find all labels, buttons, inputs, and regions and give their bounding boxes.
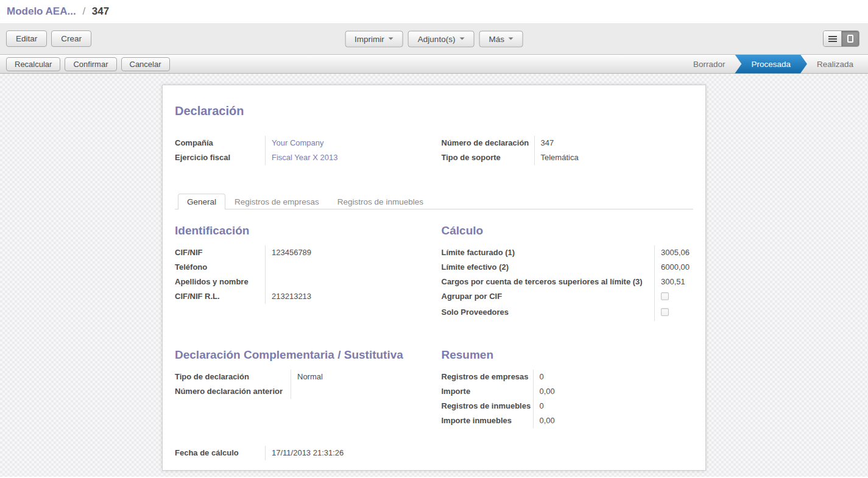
field-label: Importe [442,384,533,399]
field-cargos-terceros: Cargos por cuenta de terceros superiores… [442,275,694,289]
field-label: Tipo de soporte [442,150,534,165]
field-label: Límite facturado (1) [442,245,655,260]
solo-proveedores-checkbox[interactable] [661,308,669,316]
field-tipo-declaracion: Tipo de declaración Normal [175,370,427,384]
field-label: Límite efectivo (2) [442,260,655,275]
tab-registros-empresas[interactable]: Registros de empresas [225,194,328,209]
breadcrumb-separator: / [82,5,85,17]
field-label: Cargos por cuenta de terceros superiores… [442,275,655,289]
form-sheet: Declaración Compañía Your Company Ejerci… [162,85,706,471]
field-value: 0 [533,399,694,413]
field-tipo-soporte: Tipo de soporte Telemática [442,150,694,165]
field-label: Ejercicio fiscal [175,150,265,165]
field-label: Registros de inmuebles [442,399,533,413]
form-view-button[interactable] [841,31,859,46]
field-compania: Compañía Your Company [175,136,427,150]
content-background: Declaración Compañía Your Company Ejerci… [0,74,868,477]
section-identificacion: Identificación CIF/NIF 123456789 Teléfon… [175,224,427,321]
section-title: Resumen [442,348,694,362]
sections-row-2: Declaración Complementaria / Sustitutiva… [175,348,693,428]
field-importe: Importe 0,00 [442,384,694,399]
tab-registros-inmuebles[interactable]: Registros de inmuebles [328,194,432,209]
cancel-button[interactable]: Cancelar [121,57,170,71]
field-numero-declaracion-anterior: Número declaración anterior [175,384,427,399]
fiscal-year-link[interactable]: Fiscal Year X 2013 [265,150,427,165]
field-label: Compañía [175,136,265,150]
print-label: Imprimir [355,34,384,43]
field-cif-nif-rl: CIF/NIF R.L. 213213213 [175,289,427,304]
confirm-button[interactable]: Confirmar [65,57,116,71]
field-value: 0,00 [533,413,694,428]
field-importe-inmuebles: Importe inmuebles 0,00 [442,413,694,428]
field-label: Teléfono [175,260,265,275]
section-resumen: Resumen Registros de empresas 0 Importe … [442,348,694,428]
header-fields-right: Número de declaración 347 Tipo de soport… [442,136,694,165]
field-label: Número de declaración [442,136,534,150]
field-ejercicio-fiscal: Ejercicio fiscal Fiscal Year X 2013 [175,150,427,165]
field-label: Importe inmuebles [442,413,533,428]
breadcrumb: Modelo AEA... / 347 [7,5,109,18]
field-label: Apellidos y nombre [175,275,265,289]
chevron-down-icon [389,38,393,40]
field-label: Agrupar por CIF [442,289,655,305]
page-title: Declaración [175,104,693,118]
company-link[interactable]: Your Company [265,136,427,150]
more-label: Más [489,34,504,43]
state-procesada[interactable]: Procesada [735,55,807,74]
field-fecha-calculo: Fecha de cálculo 17/11/2013 21:31:26 [175,446,429,460]
field-telefono: Teléfono [175,260,427,275]
field-agrupar-por-cif: Agrupar por CIF [442,289,694,305]
field-label: Solo Proveedores [442,305,655,321]
breadcrumb-current: 347 [92,5,109,17]
field-value [654,289,693,305]
field-value [265,260,427,275]
header-fields-left: Compañía Your Company Ejercicio fiscal F… [175,136,427,165]
tab-general[interactable]: General [178,194,225,209]
state-realizada[interactable]: Realizada [807,55,863,74]
field-label: Tipo de declaración [175,370,291,384]
list-icon [828,36,837,42]
field-value: 347 [534,136,694,150]
print-dropdown-button[interactable]: Imprimir [345,30,403,47]
field-limite-efectivo: Límite efectivo (2) 6000,00 [442,260,694,275]
breadcrumb-parent-link[interactable]: Modelo AEA... [7,5,76,17]
field-label: Número declaración anterior [175,384,291,399]
field-apellidos-nombre: Apellidos y nombre [175,275,427,289]
field-label: CIF/NIF R.L. [175,289,265,304]
field-value: 17/11/2013 21:31:26 [265,446,429,460]
field-label: Fecha de cálculo [175,446,265,460]
list-view-button[interactable] [824,31,841,46]
status-flow: Borrador Procesada Realizada [683,55,863,74]
edit-button[interactable]: Editar [6,30,47,47]
control-toolbar: Editar Crear Imprimir Adjunto(s) Más [0,23,868,55]
field-value: 6000,00 [654,260,693,275]
field-value [654,305,693,321]
field-value: 3005,06 [654,245,693,260]
create-button[interactable]: Crear [51,30,91,47]
chevron-down-icon [459,38,464,40]
section-calculo: Cálculo Límite facturado (1) 3005,06 Lím… [442,224,694,321]
sections-row-1: Identificación CIF/NIF 123456789 Teléfon… [175,224,693,321]
agrupar-por-cif-checkbox[interactable] [661,292,669,300]
more-dropdown-button[interactable]: Más [479,30,523,47]
field-label: Registros de empresas [442,370,533,384]
recalculate-button[interactable]: Recalcular [6,57,60,71]
field-value: 123456789 [265,245,427,260]
field-label: CIF/NIF [175,245,265,260]
section-title: Cálculo [442,224,694,237]
field-numero-declaracion: Número de declaración 347 [442,136,694,150]
chevron-down-icon [509,38,513,40]
field-value: Telemática [534,150,694,165]
attachments-dropdown-button[interactable]: Adjunto(s) [408,30,475,47]
field-solo-proveedores: Solo Proveedores [442,305,694,321]
header-fields: Compañía Your Company Ejercicio fiscal F… [175,136,693,165]
field-value [291,384,427,399]
section-title: Declaración Complementaria / Sustitutiva [175,348,427,362]
field-limite-facturado: Límite facturado (1) 3005,06 [442,245,694,260]
field-value: 213213213 [265,289,427,304]
form-icon [847,35,853,43]
field-value: 300,51 [654,275,693,289]
field-value: 0,00 [533,384,694,399]
state-borrador[interactable]: Borrador [683,55,735,74]
field-value [265,275,427,289]
